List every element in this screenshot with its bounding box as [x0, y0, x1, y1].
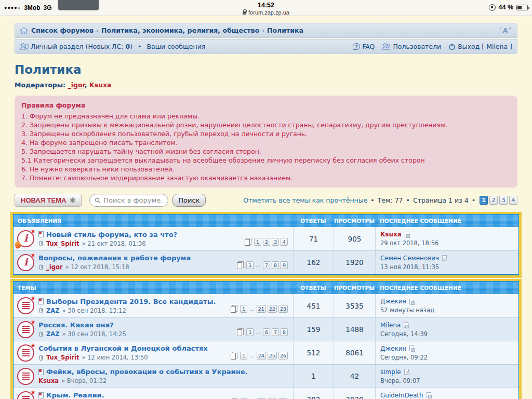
topic-page-link[interactable]: 8	[281, 328, 288, 336]
font-size-control[interactable]: ˅A˄	[499, 26, 512, 34]
topic-author-link[interactable]: Tux_Spirit	[46, 240, 79, 247]
pagination-page-4[interactable]: 4	[509, 196, 517, 205]
topic-title-link[interactable]: Россия. Какая она?	[38, 321, 114, 329]
last-post-date: Вчера, 09:07	[380, 377, 514, 384]
breadcrumb-current-forum[interactable]: Политика	[267, 26, 303, 34]
moderator-link-ksuxa[interactable]: Ksuxa	[89, 81, 112, 89]
last-post-cell: GuideInDeath Вчера, 02:11	[375, 388, 518, 399]
topic-row: Вопросы, пожелания к работе форума _igor…	[14, 250, 518, 274]
topic-page-link[interactable]: 3	[272, 238, 279, 246]
your-messages-link[interactable]: Ваши сообщения	[147, 43, 205, 50]
goto-last-post-icon[interactable]	[409, 299, 414, 304]
pagination-page-2[interactable]: 2	[489, 196, 498, 205]
breadcrumb-separator: ‹	[96, 27, 99, 34]
topic-page-jump: 1...242526	[231, 352, 288, 360]
logout-link[interactable]: Выход [ Milena ]	[448, 43, 512, 50]
section-title: ТЕМЫ	[18, 285, 293, 291]
topic-author-link[interactable]: ZAZ	[46, 307, 60, 314]
topic-icon	[17, 230, 34, 247]
topic-page-link[interactable]: 6	[263, 328, 270, 336]
breadcrumb-category[interactable]: Политика, экономика, религия, общество	[101, 26, 259, 34]
page-ellipsis: ...	[249, 353, 255, 358]
topic-lines-glyph	[22, 349, 30, 357]
mark-all-read-link[interactable]: Отметить все темы как прочтённые	[243, 196, 367, 204]
page-ellipsis: ...	[256, 329, 261, 335]
topic-page-link[interactable]: 2	[263, 238, 270, 246]
topic-title-link[interactable]: Вопросы, пожелания к работе форума	[38, 254, 191, 262]
separator-bullet: •	[406, 196, 410, 204]
forum-search-box[interactable]	[89, 194, 168, 207]
topic-title-link[interactable]: Выборы Президента 2019. Все кандидаты.	[46, 298, 216, 305]
topic-title-link[interactable]: Фейки, вбросы, провокации о событиях в У…	[46, 368, 247, 376]
topic-cell: Новый стиль форума, кто за что? Tux_Spir…	[14, 227, 293, 250]
topic-lines-glyph	[22, 326, 30, 334]
pagination: 1234	[480, 196, 517, 205]
forum-section: ОБЪЯВЛЕНИЯ ОТВЕТЫ ПРОСМОТРЫ ПОСЛЕДНЕЕ СО…	[10, 212, 522, 278]
address-url[interactable]: forum.zap.zp.ua	[248, 9, 289, 16]
search-input[interactable]	[103, 196, 163, 204]
topic-title-link[interactable]: Крым. Реалии.	[46, 391, 104, 399]
topic-title-link[interactable]: Новый стиль форума, кто за что?	[46, 231, 177, 238]
goto-last-post-icon[interactable]	[409, 345, 414, 351]
breadcrumb-forum-list[interactable]: Список форумов	[31, 26, 94, 34]
topic-page-link[interactable]: 1	[246, 328, 254, 336]
topic-page-link[interactable]: 1	[254, 238, 261, 246]
topic-page-link[interactable]: 22	[268, 305, 277, 313]
members-link[interactable]: Пользователи	[382, 43, 441, 50]
topic-page-link[interactable]: 1	[246, 261, 254, 269]
last-poster-link[interactable]: Milena	[380, 322, 401, 329]
topic-page-link[interactable]: 7	[272, 328, 279, 336]
topic-page-link[interactable]: 1	[240, 352, 247, 360]
replies-count: 451	[293, 294, 334, 317]
topic-page-link[interactable]: 1	[240, 305, 247, 313]
moderator-link-igor[interactable]: _igor	[68, 81, 84, 89]
personal-section-link[interactable]: Личный раздел (Новых ЛС: 0)	[31, 43, 132, 50]
pagination-page-3[interactable]: 3	[499, 196, 508, 205]
topic-posted-date: » 12 июн 2014, 13:50	[82, 354, 148, 361]
last-poster-link[interactable]: Ksuxa	[380, 231, 402, 238]
goto-last-post-icon[interactable]	[404, 369, 409, 375]
search-button[interactable]: Поиск	[172, 194, 205, 207]
topic-cell: Крым. Реалии. ZAZ » 30 сен 2018, 13:18 1…	[14, 388, 293, 399]
home-icon[interactable]	[20, 27, 28, 34]
ssl-lock-icon	[243, 11, 246, 15]
last-poster-link[interactable]: GuideInDeath	[380, 392, 423, 399]
goto-last-post-icon[interactable]	[442, 255, 447, 261]
goto-last-post-icon[interactable]	[427, 392, 431, 398]
last-poster-link[interactable]: Джекин	[380, 345, 406, 352]
topic-page-link[interactable]: 7	[263, 261, 270, 269]
goto-last-post-icon[interactable]	[404, 322, 408, 328]
last-poster-link[interactable]: Джекин	[380, 298, 406, 305]
topic-title-link[interactable]: События в Луганской и Донецкой областях	[38, 344, 208, 352]
topic-cell: События в Луганской и Донецкой областях …	[14, 341, 293, 364]
topic-page-link[interactable]: 8	[272, 261, 279, 269]
topic-page-link[interactable]: 4	[281, 238, 288, 246]
rules-title: Правила форума	[21, 101, 511, 110]
flame-icon	[14, 241, 22, 249]
rule-item: 5.1 Категорически запрещается выкладыват…	[21, 156, 511, 165]
topic-page-link[interactable]: 23	[278, 305, 288, 313]
topic-author-link[interactable]: Tux_Spirit	[46, 354, 79, 361]
topic-page-link[interactable]: 21	[257, 305, 266, 313]
last-poster-link[interactable]: simple	[380, 368, 401, 376]
topic-row: Фейки, вбросы, провокации о событиях в У…	[14, 364, 518, 388]
topic-page-link[interactable]: 9	[281, 261, 288, 269]
new-topic-button[interactable]: НОВАЯ ТЕМА ✱	[15, 194, 82, 207]
views-count: 42	[334, 365, 375, 388]
last-poster-link[interactable]: Семен Семенович	[380, 255, 439, 262]
faq-link[interactable]: FAQ	[353, 43, 375, 50]
address-bar[interactable]: forum.zap.zp.ua	[0, 9, 532, 16]
section-title: ОБЪЯВЛЕНИЯ	[18, 218, 293, 224]
topic-lines-glyph	[22, 396, 30, 399]
topic-page-link[interactable]: 24	[257, 352, 266, 360]
goto-last-post-icon[interactable]	[405, 232, 409, 237]
topic-author-link[interactable]: ZAZ	[46, 330, 60, 338]
topic-posted-date: » 21 окт 2018, 01:36	[82, 240, 146, 247]
topic-page-link[interactable]: 25	[268, 352, 277, 360]
topic-posted-date: » 12 окт 2018, 15:18	[65, 263, 129, 271]
pagination-page-1[interactable]: 1	[480, 196, 488, 205]
status-bar: ●●●●○ 3Mob 3G 14:52 forum.zap.zp.ua 44 %	[0, 0, 532, 16]
topic-page-link[interactable]: 26	[278, 352, 288, 360]
topic-author-link[interactable]: _igor	[46, 263, 63, 271]
topic-author-link[interactable]: Ksuxa	[38, 377, 59, 384]
